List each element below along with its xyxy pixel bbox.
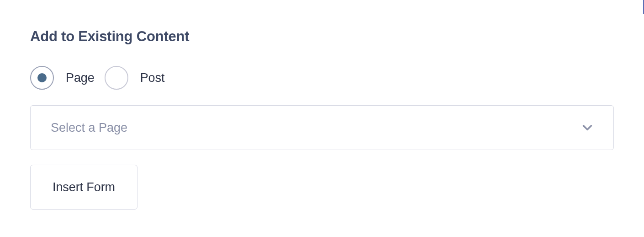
- select-page-dropdown[interactable]: Select a Page: [30, 105, 614, 150]
- chevron-down-icon: [580, 120, 595, 135]
- radio-dot-icon: [37, 73, 47, 82]
- radio-post[interactable]: Post: [105, 66, 165, 90]
- select-placeholder: Select a Page: [51, 121, 127, 135]
- radio-page-label: Page: [66, 71, 95, 85]
- content-type-radio-group: Page Post: [30, 66, 614, 90]
- radio-page[interactable]: Page: [30, 66, 95, 90]
- radio-indicator-selected: [30, 66, 54, 90]
- section-title: Add to Existing Content: [30, 28, 614, 45]
- insert-form-button[interactable]: Insert Form: [30, 165, 137, 210]
- radio-post-label: Post: [140, 71, 165, 85]
- radio-indicator-unselected: [105, 66, 128, 90]
